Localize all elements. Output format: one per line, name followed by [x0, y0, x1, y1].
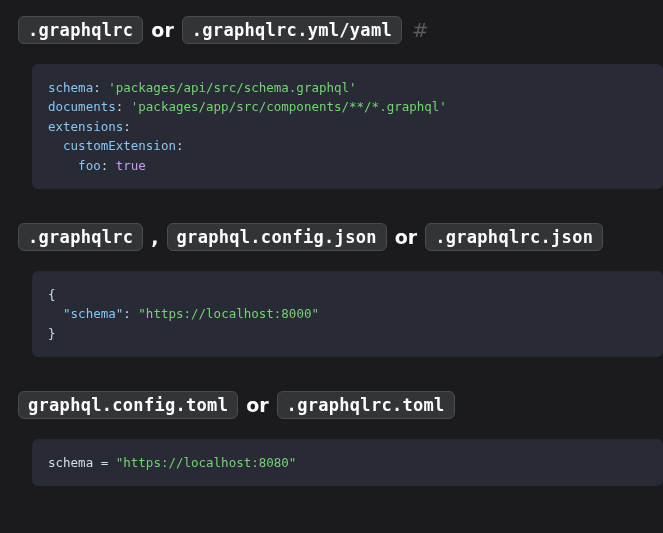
heading-separator: or [151, 19, 173, 41]
heading-separator: or [246, 394, 268, 416]
filename-code: .graphqlrc.json [425, 223, 603, 251]
filename-code: .graphqlrc.toml [277, 391, 455, 419]
filename-code: .graphqlrc.yml/yaml [182, 16, 402, 44]
section-heading: .graphqlrc,graphql.config.jsonor.graphql… [18, 223, 663, 251]
heading-separator: or [395, 226, 417, 248]
filename-code: graphql.config.json [167, 223, 387, 251]
filename-code: .graphqlrc [18, 223, 143, 251]
filename-code: .graphqlrc [18, 16, 143, 44]
code-block: { "schema": "https://localhost:8000" } [32, 271, 663, 357]
anchor-hash-icon[interactable]: # [412, 18, 429, 42]
code-block: schema = "https://localhost:8080" [32, 439, 663, 486]
section-heading: graphql.config.tomlor.graphqlrc.toml [18, 391, 663, 419]
section-heading: .graphqlrcor.graphqlrc.yml/yaml# [18, 16, 663, 44]
heading-separator: , [151, 226, 158, 248]
code-block: schema: 'packages/api/src/schema.graphql… [32, 64, 663, 189]
filename-code: graphql.config.toml [18, 391, 238, 419]
